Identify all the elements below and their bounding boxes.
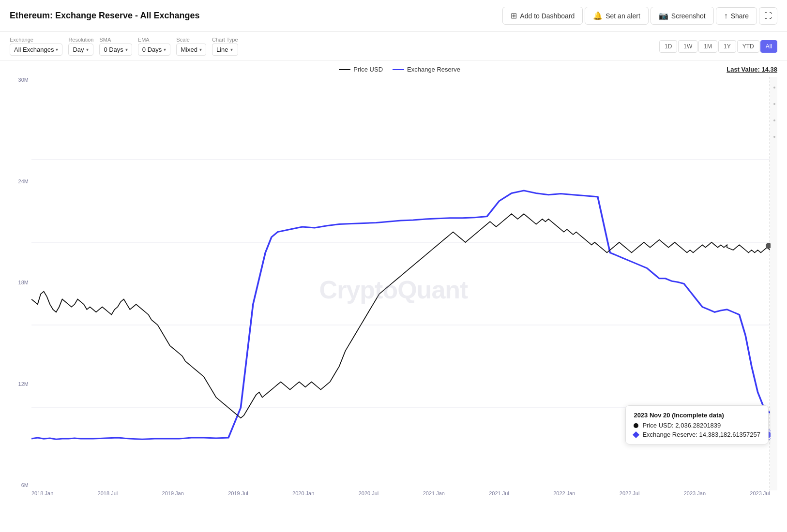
x-axis-label: 2022 Jul bbox=[620, 490, 640, 496]
set-alert-button[interactable]: 🔔 Set an alert bbox=[585, 7, 649, 25]
x-axis-label: 2023 Jan bbox=[684, 490, 706, 496]
exchange-select[interactable]: All Exchanges ▾ bbox=[10, 44, 62, 56]
legend-reserve: Exchange Reserve bbox=[393, 66, 460, 73]
chevron-down-icon: ▾ bbox=[230, 47, 233, 52]
sma-label: SMA bbox=[99, 37, 132, 43]
y-axis-label: 30M bbox=[18, 77, 29, 83]
bell-icon: 🔔 bbox=[593, 11, 603, 20]
y-axis-label: 24M bbox=[18, 178, 29, 184]
legend-price: Price USD bbox=[339, 66, 383, 73]
x-axis-label: 2021 Jan bbox=[423, 490, 445, 496]
share-button[interactable]: ↑ Share bbox=[716, 7, 757, 25]
chart-tooltip: 2023 Nov 20 (Incomplete data) Price USD:… bbox=[625, 405, 769, 444]
dashboard-icon: ⊞ bbox=[511, 11, 517, 20]
chart-legend: Price USD Exchange Reserve Last Value: 1… bbox=[10, 66, 777, 73]
last-value: Last Value: 14.38 bbox=[726, 66, 777, 73]
scale-control: Scale Mixed ▾ bbox=[176, 37, 206, 56]
scrollbar[interactable] bbox=[771, 77, 777, 490]
exchange-control: Exchange All Exchanges ▾ bbox=[10, 37, 62, 56]
x-axis: 2018 Jan2018 Jul2019 Jan2019 Jul2020 Jan… bbox=[31, 490, 770, 502]
chart-type-select[interactable]: Line ▾ bbox=[212, 44, 238, 56]
exchange-label: Exchange bbox=[10, 37, 62, 43]
x-axis-label: 2020 Jan bbox=[292, 490, 314, 496]
time-btn-1d[interactable]: 1D bbox=[659, 40, 677, 53]
x-axis-label: 2018 Jul bbox=[98, 490, 118, 496]
y-axis-label: 18M bbox=[18, 280, 29, 285]
chevron-down-icon: ▾ bbox=[125, 47, 128, 52]
fullscreen-button[interactable]: ⛶ bbox=[759, 7, 777, 25]
page-header: Ethereum: Exchange Reserve - All Exchang… bbox=[0, 0, 787, 32]
chart-area: Price USD Exchange Reserve Last Value: 1… bbox=[0, 61, 787, 520]
chevron-down-icon: ▾ bbox=[164, 47, 166, 52]
camera-icon: 📷 bbox=[659, 11, 668, 20]
x-axis-label: 2018 Jan bbox=[31, 490, 53, 496]
y-axis-label: 6M bbox=[21, 482, 29, 488]
x-axis-label: 2023 Jul bbox=[750, 490, 770, 496]
time-range-controls: 1D1W1M1YYTDAll bbox=[659, 40, 777, 53]
time-btn-1w[interactable]: 1W bbox=[678, 40, 697, 53]
screenshot-button[interactable]: 📷 Screenshot bbox=[651, 7, 714, 25]
legend-items: Price USD Exchange Reserve bbox=[73, 66, 726, 73]
x-axis-label: 2022 Jan bbox=[553, 490, 575, 496]
chart-type-label: Chart Type bbox=[212, 37, 238, 43]
fullscreen-icon: ⛶ bbox=[764, 12, 772, 20]
chart-container: 30M24M18M12M6M CryptoQuant 2018 Jan2018 … bbox=[10, 77, 777, 502]
x-axis-label: 2020 Jul bbox=[359, 490, 379, 496]
tooltip-reserve-icon bbox=[633, 431, 639, 438]
add-to-dashboard-button[interactable]: ⊞ Add to Dashboard bbox=[502, 7, 583, 25]
ema-control: EMA 0 Days ▾ bbox=[138, 37, 170, 56]
chevron-down-icon: ▾ bbox=[86, 47, 89, 52]
page-title: Ethereum: Exchange Reserve - All Exchang… bbox=[10, 11, 199, 21]
header-actions: ⊞ Add to Dashboard 🔔 Set an alert 📷 Scre… bbox=[502, 7, 777, 25]
resolution-label: Resolution bbox=[68, 37, 93, 43]
y-axis-label: 12M bbox=[18, 381, 29, 387]
chart-controls: Exchange All Exchanges ▾ Resolution Day … bbox=[0, 32, 787, 61]
chart-type-control: Chart Type Line ▾ bbox=[212, 37, 238, 56]
tooltip-reserve-label: Exchange Reserve: 14,383,182.61357257 bbox=[642, 431, 760, 438]
scale-select[interactable]: Mixed ▾ bbox=[176, 44, 206, 56]
filter-controls: Exchange All Exchanges ▾ Resolution Day … bbox=[10, 37, 238, 56]
legend-price-line bbox=[339, 69, 350, 70]
x-axis-label: 2019 Jan bbox=[162, 490, 184, 496]
resolution-control: Resolution Day ▾ bbox=[68, 37, 93, 56]
chevron-down-icon: ▾ bbox=[199, 47, 202, 52]
tooltip-price-label: Price USD: 2,036.28201839 bbox=[642, 422, 721, 429]
sma-control: SMA 0 Days ▾ bbox=[99, 37, 132, 56]
time-btn-1y[interactable]: 1Y bbox=[718, 40, 736, 53]
ema-label: EMA bbox=[138, 37, 170, 43]
time-btn-all[interactable]: All bbox=[760, 40, 777, 53]
tooltip-price-icon bbox=[634, 423, 638, 428]
tooltip-price-row: Price USD: 2,036.28201839 bbox=[634, 422, 760, 429]
sma-select[interactable]: 0 Days ▾ bbox=[99, 44, 132, 56]
tooltip-reserve-row: Exchange Reserve: 14,383,182.61357257 bbox=[634, 431, 760, 438]
legend-reserve-line bbox=[393, 69, 404, 70]
y-axis: 30M24M18M12M6M bbox=[10, 77, 31, 488]
chevron-down-icon: ▾ bbox=[56, 47, 58, 52]
time-btn-1m[interactable]: 1M bbox=[698, 40, 717, 53]
ema-select[interactable]: 0 Days ▾ bbox=[138, 44, 170, 56]
x-axis-label: 2021 Jul bbox=[489, 490, 509, 496]
scale-label: Scale bbox=[176, 37, 206, 43]
time-btn-ytd[interactable]: YTD bbox=[737, 40, 759, 53]
share-icon: ↑ bbox=[724, 12, 728, 20]
x-axis-label: 2019 Jul bbox=[228, 490, 248, 496]
resolution-select[interactable]: Day ▾ bbox=[68, 44, 93, 56]
tooltip-date: 2023 Nov 20 (Incomplete data) bbox=[634, 412, 760, 419]
